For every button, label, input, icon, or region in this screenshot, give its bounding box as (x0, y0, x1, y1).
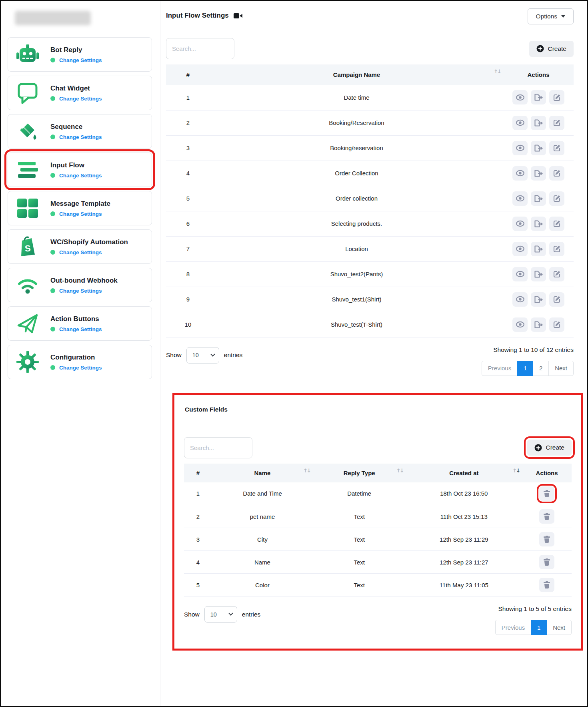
actions-cell (503, 85, 574, 110)
previous-page-button[interactable]: Previous (482, 361, 518, 376)
export-button[interactable] (531, 166, 546, 181)
table-row: 2pet nameText11th Oct 23 15:13 (184, 505, 572, 528)
page-button-1[interactable]: 1 (531, 620, 547, 635)
view-button[interactable] (512, 116, 528, 130)
view-button[interactable] (512, 166, 528, 181)
edit-button[interactable] (549, 267, 564, 281)
view-button[interactable] (512, 242, 528, 256)
sort-icon-active: ↑↓ (512, 468, 520, 474)
view-button[interactable] (512, 90, 528, 104)
column-header-actions: Actions (522, 464, 572, 482)
change-settings-link[interactable]: Change Settings (59, 96, 102, 102)
paper-plane-icon (16, 312, 39, 335)
edit-button[interactable] (549, 166, 564, 181)
view-button[interactable] (512, 317, 528, 332)
edit-button[interactable] (549, 90, 564, 104)
change-settings-link[interactable]: Change Settings (59, 249, 102, 255)
export-button[interactable] (531, 90, 546, 104)
export-button[interactable] (531, 217, 546, 231)
edit-button[interactable] (549, 292, 564, 307)
view-button[interactable] (512, 217, 528, 231)
export-button[interactable] (531, 267, 546, 281)
change-settings-link[interactable]: Change Settings (59, 365, 102, 371)
options-button[interactable]: Options (528, 8, 574, 24)
delete-button[interactable] (539, 486, 554, 501)
export-button[interactable] (531, 191, 546, 206)
view-button[interactable] (512, 191, 528, 206)
column-header-reply-type[interactable]: Reply Type ↑↓ (313, 464, 406, 482)
edit-button[interactable] (549, 116, 564, 130)
delete-button[interactable] (539, 509, 554, 524)
sidebar-item-input-flow[interactable]: Input FlowChange Settings (8, 153, 152, 187)
eye-icon (516, 119, 524, 126)
eye-icon (516, 271, 524, 277)
sidebar-item-status: Change Settings (50, 173, 102, 179)
campaign-name-cell: Order Collection (210, 161, 503, 186)
export-button[interactable] (531, 116, 546, 130)
export-button[interactable] (531, 141, 546, 155)
view-button[interactable] (512, 267, 528, 281)
sidebar-item-bot-reply[interactable]: Bot ReplyChange Settings (8, 37, 152, 72)
plus-circle-icon (536, 45, 544, 52)
delete-button[interactable] (539, 532, 554, 546)
change-settings-link[interactable]: Change Settings (59, 173, 102, 179)
per-page-select[interactable]: 10 (204, 606, 237, 623)
actions-cell (503, 211, 574, 236)
action-buttons (512, 191, 564, 206)
column-header-campaign[interactable]: Campaign Name ↑↓ (210, 64, 503, 85)
export-button[interactable] (531, 317, 546, 332)
export-button[interactable] (531, 242, 546, 256)
view-button[interactable] (512, 141, 528, 155)
sidebar-item-sequence[interactable]: SequenceChange Settings (8, 114, 152, 149)
edit-button[interactable] (549, 217, 564, 231)
page-button-1[interactable]: 1 (517, 361, 533, 376)
action-buttons (512, 242, 564, 256)
sidebar-item-status: Change Settings (50, 96, 102, 102)
delete-button[interactable] (539, 555, 554, 569)
sidebar-item-wc-shopify[interactable]: SWC/Shopify AutomationChange Settings (8, 229, 152, 264)
column-header-created-at[interactable]: Created at ↑↓ (406, 464, 522, 482)
created-at-cell: 12th Sep 23 11:27 (406, 551, 522, 574)
file-export-icon (534, 245, 543, 253)
entries-label: entries (224, 351, 243, 359)
change-settings-link[interactable]: Change Settings (59, 57, 102, 63)
custom-fields-search-input[interactable] (184, 437, 252, 458)
change-settings-link[interactable]: Change Settings (59, 288, 102, 294)
campaign-name-cell: Booking/Reservation (210, 110, 503, 135)
export-button[interactable] (531, 292, 546, 307)
change-settings-link[interactable]: Change Settings (59, 326, 102, 332)
sidebar-item-action-buttons[interactable]: Action ButtonsChange Settings (8, 306, 152, 341)
eye-icon (516, 321, 524, 328)
actions-cell (522, 505, 572, 528)
sidebar-item-label: Bot Reply (50, 46, 102, 54)
change-settings-link[interactable]: Change Settings (59, 134, 102, 140)
flows-create-button[interactable]: Create (529, 41, 574, 57)
robot-icon (16, 43, 39, 66)
custom-fields-create-button[interactable]: Create (527, 440, 572, 456)
flows-search-input[interactable] (166, 38, 234, 59)
next-page-button[interactable]: Next (548, 361, 574, 376)
action-buttons (512, 141, 564, 155)
delete-button[interactable] (539, 578, 554, 592)
change-settings-link[interactable]: Change Settings (59, 211, 102, 217)
campaign-name-cell: Shuvo_test(T-Shirt) (210, 312, 503, 337)
table-row: 3CityText12th Sep 23 11:29 (184, 528, 572, 551)
row-number: 9 (166, 287, 210, 312)
column-header-name[interactable]: Name ↑↓ (212, 464, 313, 482)
next-page-button[interactable]: Next (546, 620, 572, 635)
per-page-select[interactable]: 10 (186, 347, 219, 364)
edit-button[interactable] (549, 141, 564, 155)
sidebar-item-configuration[interactable]: ConfigurationChange Settings (8, 345, 152, 379)
sidebar-item-outbound-webhook[interactable]: Out-bound WebhookChange Settings (8, 268, 152, 302)
trash-icon (544, 490, 550, 497)
custom-fields-pagination: Previous1Next (495, 620, 572, 635)
previous-page-button[interactable]: Previous (495, 620, 531, 635)
edit-button[interactable] (549, 191, 564, 206)
page-button-2[interactable]: 2 (533, 361, 549, 376)
sidebar-item-chat-widget[interactable]: Chat WidgetChange Settings (8, 76, 152, 110)
edit-button[interactable] (549, 317, 564, 332)
video-camera-icon[interactable] (234, 12, 243, 19)
view-button[interactable] (512, 292, 528, 307)
edit-button[interactable] (549, 242, 564, 256)
sidebar-item-message-template[interactable]: Message TemplateChange Settings (8, 191, 152, 225)
